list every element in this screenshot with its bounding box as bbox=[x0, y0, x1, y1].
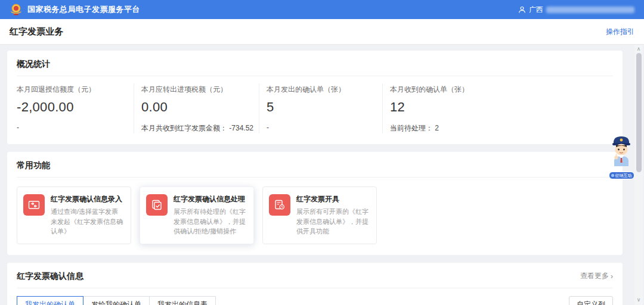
person-icon bbox=[518, 6, 526, 14]
stat-sub: - bbox=[17, 123, 134, 132]
page-scrollbar-thumb[interactable] bbox=[636, 53, 642, 172]
stat-sent-confirmations: 本月发出的确认单（张） 5 - bbox=[259, 83, 383, 133]
mascot-badge-icon bbox=[611, 174, 614, 177]
function-card-title: 红字发票确认信息录入 bbox=[51, 194, 125, 204]
stat-value: 12 bbox=[390, 99, 613, 115]
stat-input-tax: 本月应转出进项税额（元） 0.00 本月共收到红字发票金额： -734.52 bbox=[134, 83, 259, 133]
tab-my-sent-confirmations[interactable]: 我发出的确认单 bbox=[17, 296, 83, 305]
scroll-down-button[interactable]: ∨ bbox=[637, 295, 641, 304]
overview-section: 概况统计 本月回退授信额度（元） -2,000.00 - 本月应转出进项税额（元… bbox=[7, 51, 623, 144]
stats-row: 本月回退授信额度（元） -2,000.00 - 本月应转出进项税额（元） 0.0… bbox=[17, 76, 613, 144]
operation-guide-link[interactable]: 操作指引 bbox=[606, 27, 634, 37]
function-card-desc: 通过查询/选择蓝字发票来发起《红字发票信息确认单》 bbox=[51, 207, 125, 236]
confirmation-tabs: 我发出的确认单 发给我的确认单 我发出的信息表 bbox=[17, 296, 216, 305]
stat-value: 0.00 bbox=[141, 99, 259, 115]
confirmation-section: 红字发票确认信息 查看更多 › 我发出的确认单 发给我的确认单 我发出的信息表 … bbox=[7, 263, 623, 305]
function-card-process[interactable]: 红字发票确认信息处理 展示所有待处理的《红字发票信息确认单》，并提供确认/拒绝/… bbox=[140, 186, 254, 244]
view-more-link[interactable]: 查看更多 › bbox=[580, 271, 613, 281]
stat-value: 5 bbox=[267, 99, 382, 115]
tab-received-confirmations[interactable]: 发给我的确认单 bbox=[83, 296, 150, 305]
redacted-user-name bbox=[546, 7, 634, 13]
app-title: 国家税务总局电子发票服务平台 bbox=[27, 4, 140, 15]
page-title: 红字发票业务 bbox=[10, 26, 63, 38]
user-info[interactable]: 广西 bbox=[518, 5, 634, 15]
functions-section: 常用功能 红字发票确认信息录入 通过查询/选择蓝字发票来发起《红字发票信息确认单… bbox=[7, 152, 623, 255]
stat-label: 本月应转出进项税额（元） bbox=[141, 85, 259, 95]
assistant-mascot[interactable]: 征纳互动 bbox=[608, 134, 634, 179]
function-card-title: 红字发票确认信息处理 bbox=[174, 194, 247, 204]
stat-label: 本月收到的确认单（张） bbox=[390, 85, 613, 95]
main-content: 概况统计 本月回退授信额度（元） -2,000.00 - 本月应转出进项税额（元… bbox=[0, 45, 630, 305]
red-invoice-process-icon bbox=[146, 194, 168, 216]
overview-section-title: 概况统计 bbox=[17, 59, 50, 70]
tab-my-sent-info-forms[interactable]: 我发出的信息表 bbox=[149, 296, 216, 305]
user-region-label: 广西 bbox=[529, 5, 543, 15]
stat-sub: 本月共收到红字发票金额： -734.52 bbox=[141, 123, 259, 133]
app-header: 国家税务总局电子发票服务平台 广西 bbox=[0, 0, 644, 19]
tax-emblem-icon bbox=[10, 3, 23, 16]
page-title-bar: 红字发票业务 操作指引 bbox=[0, 19, 644, 45]
customize-columns-button[interactable]: 自定义列 bbox=[569, 296, 613, 305]
app-brand: 国家税务总局电子发票服务平台 bbox=[10, 3, 140, 16]
table-toolbar: 我发出的确认单 发给我的确认单 我发出的信息表 自定义列 bbox=[17, 288, 613, 305]
function-card-issue[interactable]: 红字发票开具 展示所有可开票的《红字发票信息确认单》，并提供开具功能 bbox=[262, 186, 377, 244]
tax-officer-mascot-icon bbox=[609, 134, 634, 169]
page-scrollbar[interactable]: ∧ ∨ bbox=[634, 45, 643, 305]
scroll-up-button[interactable]: ∧ bbox=[637, 45, 641, 53]
function-card-desc: 展示所有可开票的《红字发票信息确认单》，并提供开具功能 bbox=[296, 207, 370, 236]
function-card-title: 红字发票开具 bbox=[296, 194, 370, 204]
red-invoice-issue-icon bbox=[269, 194, 290, 216]
stat-value: -2,000.00 bbox=[17, 99, 134, 115]
confirmation-section-title: 红字发票确认信息 bbox=[17, 271, 83, 282]
stat-label: 本月回退授信额度（元） bbox=[17, 85, 134, 95]
stat-sub: 当前待处理： 2 bbox=[390, 123, 613, 133]
mascot-badge[interactable]: 征纳互动 bbox=[609, 172, 634, 179]
stat-sub: - bbox=[267, 123, 382, 132]
functions-section-title: 常用功能 bbox=[17, 160, 50, 171]
red-invoice-entry-icon bbox=[23, 194, 45, 216]
chevron-right-icon: › bbox=[611, 272, 613, 281]
stat-received-confirmations: 本月收到的确认单（张） 12 当前待处理： 2 bbox=[383, 83, 613, 133]
function-card-desc: 展示所有待处理的《红字发票信息确认单》，并提供确认/拒绝/撤销操作 bbox=[174, 207, 247, 236]
stat-label: 本月发出的确认单（张） bbox=[267, 85, 382, 95]
stat-credit-limit: 本月回退授信额度（元） -2,000.00 - bbox=[17, 83, 134, 133]
function-cards-row: 红字发票确认信息录入 通过查询/选择蓝字发票来发起《红字发票信息确认单》 红字发… bbox=[17, 178, 613, 255]
function-card-entry[interactable]: 红字发票确认信息录入 通过查询/选择蓝字发票来发起《红字发票信息确认单》 bbox=[17, 186, 131, 244]
